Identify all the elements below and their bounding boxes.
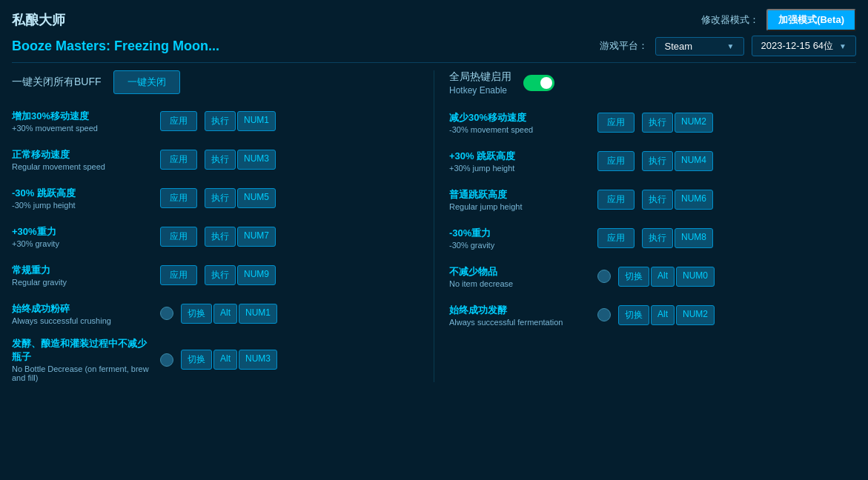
key-badge: NUM2 xyxy=(675,113,713,133)
buff-name-en: -30% gravity xyxy=(449,241,590,250)
key-badge: Alt xyxy=(213,350,237,370)
key-badge: NUM3 xyxy=(237,150,276,170)
toggle-button[interactable]: 切换 xyxy=(181,304,212,324)
toggle-button[interactable]: 切换 xyxy=(618,267,649,287)
buff-name-zh: 始终成功发酵 xyxy=(449,304,590,317)
list-item: -30%重力 -30% gravity 应用 执行 NUM8 xyxy=(449,223,856,253)
list-item: -30% 跳跃高度 -30% jump height 应用 执行 NUM5 xyxy=(12,183,419,213)
key-badge: Alt xyxy=(213,304,237,324)
key-badge: NUM1 xyxy=(239,304,277,324)
right-buff-section: 减少30%移动速度 -30% movement speed 应用 执行 NUM2… xyxy=(449,107,856,330)
platform-chevron-icon: ▼ xyxy=(727,42,735,50)
apply-button[interactable]: 应用 xyxy=(597,151,635,171)
key-badge: NUM1 xyxy=(237,111,276,131)
apply-button[interactable]: 应用 xyxy=(597,228,635,248)
buff-name-col: 常规重力 Regular gravity xyxy=(12,264,153,287)
exec-button[interactable]: 执行 xyxy=(205,111,236,131)
key-group: 切换 Alt NUM2 xyxy=(618,305,715,325)
buff-name-en: Always successful crushing xyxy=(12,316,153,325)
game-title: Booze Masters: Freezing Moon... xyxy=(12,39,219,54)
platform-label: 游戏平台： xyxy=(600,39,648,53)
exec-button[interactable]: 执行 xyxy=(205,227,236,247)
key-badge: NUM7 xyxy=(237,227,276,247)
toggle-circle[interactable] xyxy=(160,353,173,367)
buff-name-col: 正常移动速度 Regular movement speed xyxy=(12,148,153,171)
key-group: 执行 NUM5 xyxy=(205,188,276,208)
buff-name-zh: 正常移动速度 xyxy=(12,148,153,161)
exec-button[interactable]: 执行 xyxy=(642,151,673,171)
buff-name-en: No item decrease xyxy=(449,279,590,288)
apply-button[interactable]: 应用 xyxy=(160,150,197,170)
left-top-controls: 一键关闭所有BUFF 一键关闭 xyxy=(12,70,419,94)
key-group: 执行 NUM2 xyxy=(642,113,713,133)
exec-button[interactable]: 执行 xyxy=(642,190,673,210)
buff-name-zh: 始终成功粉碎 xyxy=(12,302,153,316)
version-select[interactable]: 2023-12-15 64位 ▼ xyxy=(752,36,856,56)
apply-button[interactable]: 应用 xyxy=(160,227,197,247)
app-title: 私酿大师 xyxy=(12,11,65,29)
apply-button[interactable]: 应用 xyxy=(160,111,197,131)
buff-name-col: 普通跳跃高度 Regular jump height xyxy=(449,188,590,211)
list-item: 常规重力 Regular gravity 应用 执行 NUM9 xyxy=(12,260,419,290)
version-value: 2023-12-15 64位 xyxy=(761,39,834,53)
key-group: 执行 NUM6 xyxy=(642,190,713,210)
buff-name-col: 不减少物品 No item decrease xyxy=(449,265,590,288)
buff-name-zh: 减少30%移动速度 xyxy=(449,111,590,124)
toggle-circle[interactable] xyxy=(597,270,611,283)
apply-button[interactable]: 应用 xyxy=(597,113,635,133)
buff-name-zh: 普通跳跃高度 xyxy=(449,188,590,201)
list-item: 发酵、酿造和灌装过程中不减少瓶子 No Bottle Decrease (on … xyxy=(12,337,419,382)
exec-button[interactable]: 执行 xyxy=(205,150,236,170)
key-badge: NUM2 xyxy=(676,305,715,325)
buff-name-zh: 发酵、酿造和灌装过程中不减少瓶子 xyxy=(12,337,153,364)
list-item: 始终成功粉碎 Always successful crushing 切换 Alt… xyxy=(12,299,419,328)
buff-name-zh: -30% 跳跃高度 xyxy=(12,187,153,200)
buff-name-col: +30% 跳跃高度 +30% jump height xyxy=(449,150,590,173)
key-group: 切换 Alt NUM1 xyxy=(181,304,277,324)
hotkey-enable-label: 全局热键启用 xyxy=(449,70,511,84)
version-chevron-icon: ▼ xyxy=(839,42,847,50)
apply-button[interactable]: 应用 xyxy=(597,190,635,210)
buff-name-col: 减少30%移动速度 -30% movement speed xyxy=(449,111,590,134)
buff-name-col: +30%重力 +30% gravity xyxy=(12,225,153,248)
key-badge: NUM8 xyxy=(675,228,713,248)
platform-select[interactable]: Steam ▼ xyxy=(655,37,744,56)
toggle-button[interactable]: 切换 xyxy=(618,305,649,325)
left-buff-section: 增加30%移动速度 +30% movement speed 应用 执行 NUM1… xyxy=(12,106,419,382)
list-item: +30%重力 +30% gravity 应用 执行 NUM7 xyxy=(12,221,419,251)
list-item: 不减少物品 No item decrease 切换 Alt NUM0 xyxy=(449,261,856,291)
exec-button[interactable]: 执行 xyxy=(642,228,673,248)
key-group: 执行 NUM9 xyxy=(205,265,276,285)
exec-button[interactable]: 执行 xyxy=(205,188,236,208)
key-badge: NUM0 xyxy=(676,267,715,287)
buff-name-col: 始终成功粉碎 Always successful crushing xyxy=(12,302,153,325)
buff-name-en: Regular movement speed xyxy=(12,162,153,171)
buff-name-zh: 不减少物品 xyxy=(449,265,590,279)
buff-name-zh: -30%重力 xyxy=(449,227,590,240)
list-item: +30% 跳跃高度 +30% jump height 应用 执行 NUM4 xyxy=(449,146,856,176)
apply-button[interactable]: 应用 xyxy=(160,188,197,208)
exec-button[interactable]: 执行 xyxy=(642,113,673,133)
key-group: 执行 NUM3 xyxy=(205,150,276,170)
buff-name-en: Regular jump height xyxy=(449,202,590,211)
list-item: 普通跳跃高度 Regular jump height 应用 执行 NUM6 xyxy=(449,184,856,214)
buff-name-col: 始终成功发酵 Always successful fermentation xyxy=(449,304,590,327)
one-key-button[interactable]: 一键关闭 xyxy=(113,70,180,94)
buff-name-zh: 增加30%移动速度 xyxy=(12,110,153,123)
exec-button[interactable]: 执行 xyxy=(205,265,236,285)
beta-mode-button[interactable]: 加强模式(Beta) xyxy=(766,9,856,31)
key-group: 切换 Alt NUM0 xyxy=(618,267,715,287)
buff-name-col: -30%重力 -30% gravity xyxy=(449,227,590,250)
one-key-label: 一键关闭所有BUFF xyxy=(12,76,102,89)
key-group: 执行 NUM1 xyxy=(205,111,276,131)
one-key-section: 一键关闭所有BUFF 一键关闭 xyxy=(12,70,180,94)
toggle-circle[interactable] xyxy=(160,307,173,320)
list-item: 增加30%移动速度 +30% movement speed 应用 执行 NUM1 xyxy=(12,106,419,136)
toggle-circle[interactable] xyxy=(597,308,611,321)
toggle-button[interactable]: 切换 xyxy=(181,350,212,370)
key-group: 执行 NUM8 xyxy=(642,228,713,248)
apply-button[interactable]: 应用 xyxy=(160,265,197,285)
hotkey-toggle[interactable] xyxy=(523,75,554,91)
buff-name-en: Regular gravity xyxy=(12,278,153,287)
buff-name-zh: +30%重力 xyxy=(12,225,153,239)
